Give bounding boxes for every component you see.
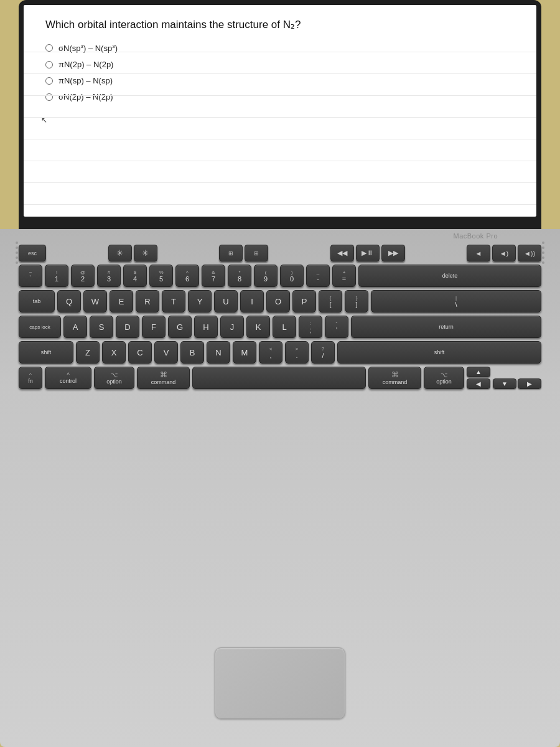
key-2[interactable]: @ 2 [71, 265, 95, 287]
speaker-right [542, 242, 544, 264]
speaker-left [16, 242, 18, 264]
key-1[interactable]: ! 1 [45, 265, 68, 287]
asdf-row: caps lock A S D F G H J K L :; "' return [19, 316, 541, 338]
key-j[interactable]: J [220, 316, 244, 338]
keyboard: esc ✳ ✳ ⊞ ⊞ ◀◀ ▶⏸ ▶▶ ◄ ◄) ◄)) ~ ` ! [19, 245, 541, 392]
key-backtick[interactable]: ~ ` [19, 265, 42, 287]
key-command-right[interactable]: ⌘ command [368, 367, 421, 389]
fn-key-row: esc ✳ ✳ ⊞ ⊞ ◀◀ ▶⏸ ▶▶ ◄ ◄) ◄)) [19, 245, 541, 261]
qwerty-row: tab Q W E R T Y U I O P {[ }] |\ [19, 290, 541, 312]
key-equals[interactable]: + = [332, 265, 356, 287]
key-space[interactable] [192, 367, 366, 389]
key-period[interactable]: >. [285, 341, 309, 364]
key-shift-left[interactable]: shift [19, 341, 73, 364]
key-esc[interactable]: esc [19, 245, 46, 261]
key-fast-forward[interactable]: ▶▶ [381, 245, 405, 261]
key-5[interactable]: % 5 [149, 265, 173, 287]
key-slash[interactable]: ?/ [311, 341, 335, 364]
key-m[interactable]: M [233, 341, 256, 364]
key-h[interactable]: H [194, 316, 218, 338]
key-b[interactable]: B [180, 341, 204, 364]
key-capslock[interactable]: caps lock [19, 316, 61, 338]
key-arrow-left[interactable]: ◀ [467, 378, 490, 389]
key-arrow-down[interactable]: ▼ [493, 378, 516, 389]
key-f[interactable]: F [142, 316, 166, 338]
key-tab[interactable]: tab [19, 290, 55, 312]
key-n[interactable]: N [207, 341, 230, 364]
key-t[interactable]: T [162, 290, 185, 312]
key-rewind[interactable]: ◀◀ [330, 245, 354, 261]
key-9[interactable]: ( 9 [254, 265, 278, 287]
key-brightness-down[interactable]: ✳ [108, 245, 132, 261]
key-z[interactable]: Z [76, 341, 100, 364]
key-comma[interactable]: <, [259, 341, 282, 364]
key-g[interactable]: G [168, 316, 192, 338]
macbook-pro-label: MacBook Pro [453, 232, 498, 240]
key-v[interactable]: V [154, 341, 178, 364]
key-d[interactable]: D [116, 316, 139, 338]
key-i[interactable]: I [240, 290, 264, 312]
key-w[interactable]: W [83, 290, 107, 312]
key-command-left[interactable]: ⌘ command [137, 367, 190, 389]
key-x[interactable]: X [102, 341, 126, 364]
bottom-row: ^ fn ^ control ⌥ option ⌘ command ⌘ comm… [19, 367, 541, 389]
key-option[interactable]: ⌥ option [94, 367, 134, 389]
key-control[interactable]: ^ control [45, 367, 91, 389]
zxcv-row: shift Z X C V B N M <, >. ?/ shift [19, 341, 541, 364]
key-play-pause[interactable]: ▶⏸ [356, 245, 380, 261]
key-delete[interactable]: delete [358, 265, 541, 287]
key-o[interactable]: O [266, 290, 290, 312]
key-semicolon[interactable]: :; [299, 316, 322, 338]
key-minus[interactable]: _ - [306, 265, 330, 287]
key-8[interactable]: * 8 [228, 265, 251, 287]
key-arrow-up[interactable]: ▲ [467, 367, 490, 377]
key-4[interactable]: $ 4 [123, 265, 147, 287]
touchpad[interactable] [215, 647, 345, 719]
key-open-bracket[interactable]: {[ [319, 290, 342, 312]
key-y[interactable]: Y [188, 290, 212, 312]
key-p[interactable]: P [292, 290, 316, 312]
key-arrow-right[interactable]: ▶ [518, 378, 541, 389]
key-brightness-up[interactable]: ✳ [134, 245, 157, 261]
key-3[interactable]: # 3 [97, 265, 121, 287]
key-l[interactable]: L [273, 316, 296, 338]
key-k[interactable]: K [246, 316, 270, 338]
key-shift-right[interactable]: shift [337, 341, 541, 364]
key-c[interactable]: C [128, 341, 152, 364]
number-row: ~ ` ! 1 @ 2 # 3 $ 4 % 5 [19, 265, 541, 287]
key-0[interactable]: ) 0 [280, 265, 304, 287]
key-7[interactable]: & 7 [202, 265, 225, 287]
key-close-bracket[interactable]: }] [345, 290, 368, 312]
key-backslash[interactable]: |\ [371, 290, 541, 312]
key-vol-down[interactable]: ◄) [492, 245, 516, 261]
key-vol-up[interactable]: ◄)) [518, 245, 541, 261]
key-e[interactable]: E [110, 290, 133, 312]
key-6[interactable]: ^ 6 [175, 265, 199, 287]
key-mute[interactable]: ◄ [467, 245, 490, 261]
key-fn[interactable]: ^ fn [19, 367, 42, 389]
key-u[interactable]: U [214, 290, 238, 312]
key-quote[interactable]: "' [325, 316, 348, 338]
key-option-right[interactable]: ⌥ option [424, 367, 464, 389]
key-a[interactable]: A [63, 316, 87, 338]
key-r[interactable]: R [136, 290, 159, 312]
key-s[interactable]: S [90, 316, 113, 338]
key-return[interactable]: return [351, 316, 541, 338]
key-mission-control[interactable]: ⊞ [219, 245, 243, 261]
key-q[interactable]: Q [57, 290, 81, 312]
key-launchpad[interactable]: ⊞ [245, 245, 268, 261]
